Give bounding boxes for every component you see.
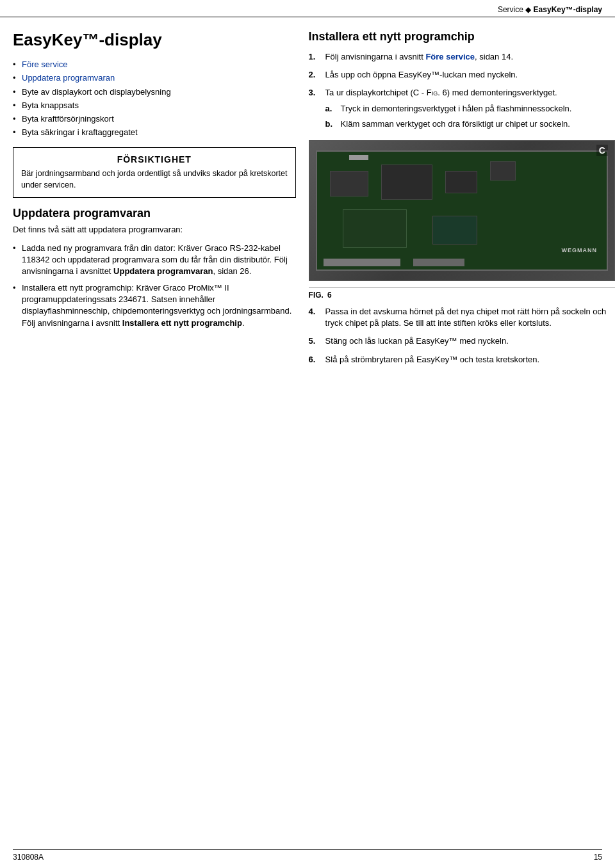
step-text: Lås upp och öppna EasyKey™-luckan med ny… <box>325 69 518 81</box>
sub-step-text: Tryck in demonteringsverktyget i hålen p… <box>341 103 572 115</box>
warning-title: FÖRSIKTIGHET <box>21 154 288 165</box>
fore-service-bold: Före service <box>425 52 475 61</box>
page-number: 15 <box>594 853 602 862</box>
right-heading: Installera ett nytt programchip <box>309 30 615 44</box>
connector <box>324 259 400 266</box>
list-item: Installera ett nytt programchip: Kräver … <box>13 282 296 329</box>
list-item: 1. Följ anvisningarna i avsnitt Före ser… <box>309 51 615 63</box>
connector <box>349 155 368 160</box>
step-text: Passa in det avskurna hörnet på det nya … <box>325 306 615 329</box>
chip <box>432 216 477 245</box>
chip <box>343 209 407 248</box>
doc-number: 310808A <box>13 853 44 862</box>
sub-step-text: Kläm samman verktyget och dra försiktigt… <box>341 118 570 130</box>
list-item: Före service <box>13 59 296 70</box>
chip <box>445 171 477 193</box>
page-header: Service ◆ EasyKey™-display <box>0 0 615 17</box>
right-column: Installera ett nytt programchip 1. Följ … <box>309 30 615 372</box>
step-text: Ta ur displaykortchipet (C - Fig. 6) med… <box>325 87 572 134</box>
section1-intro: Det finns två sätt att uppdatera program… <box>13 224 296 236</box>
brand-label: WEGMANN <box>561 247 597 253</box>
warning-text: Bär jordningsarmband och jorda ordentlig… <box>21 168 288 191</box>
figure-c-label: C <box>596 145 608 156</box>
list-item: 3. Ta ur displaykortchipet (C - Fig. 6) … <box>309 87 615 134</box>
chip <box>330 171 368 197</box>
fig-caption: FIG. 6 <box>309 287 615 300</box>
step-number: 5. <box>309 335 320 347</box>
bold-text: Uppdatera program­varan <box>113 266 213 276</box>
sub-alpha-list: a. Tryck in demonteringsverktyget i håle… <box>325 103 572 130</box>
header-separator: ◆ <box>525 5 531 14</box>
list-item: Byta knappsats <box>13 100 296 111</box>
list-item: Byte av displaykort och displaybelysning <box>13 86 296 98</box>
fore-service-link: Före service <box>22 60 68 69</box>
warning-box: FÖRSIKTIGHET Bär jordningsarmband och jo… <box>13 147 296 198</box>
uppdatera-link: Uppdatera programvaran <box>22 73 115 83</box>
section1-bullet-list: Ladda ned ny programvara från din dator:… <box>13 243 296 329</box>
list-item: 4. Passa in det avskurna hörnet på det n… <box>309 306 615 329</box>
step-number: 1. <box>309 51 320 63</box>
page-footer: 310808A 15 <box>13 849 602 862</box>
circuit-board: WEGMANN C <box>309 141 614 280</box>
list-item: Ladda ned ny programvara från din dator:… <box>13 243 296 278</box>
step-text: Slå på strömbrytaren på EasyKey™ och tes… <box>325 354 540 366</box>
board-inner: WEGMANN <box>316 150 608 271</box>
list-item: 2. Lås upp och öppna EasyKey™-luckan med… <box>309 69 615 81</box>
step-number: 2. <box>309 69 320 81</box>
fig-label: FIG. <box>309 291 324 300</box>
figure-image: WEGMANN C <box>309 140 615 281</box>
step-number: 6. <box>309 354 320 366</box>
list-item: Byta kraftförsörjningskort <box>13 113 296 125</box>
list-item: 5. Stäng och lås luckan på EasyKey™ med … <box>309 335 615 347</box>
intro-bullet-list: Före service Uppdatera programvaran Byte… <box>13 59 296 138</box>
connector <box>413 259 464 266</box>
sub-list-item: b. Kläm samman verktyget och dra försikt… <box>325 118 572 130</box>
list-item: Uppdatera programvaran <box>13 72 296 84</box>
chip <box>381 165 432 200</box>
header-service: Service <box>498 5 525 14</box>
sub-list-item: a. Tryck in demonteringsverktyget i håle… <box>325 103 572 115</box>
numbered-list: 1. Följ anvisningarna i avsnitt Före ser… <box>309 51 615 134</box>
list-item: Byta säkringar i kraftaggregatet <box>13 127 296 138</box>
bold-text: Installera ett nytt programchip <box>122 318 242 328</box>
page-title: EasyKey™-display <box>13 30 296 50</box>
header-bold: EasyKey™-display <box>534 5 602 14</box>
alpha-label: a. <box>325 103 336 115</box>
fig-ref: Fig <box>427 88 438 97</box>
step-number: 4. <box>309 306 320 329</box>
section1-heading: Uppdatera programvaran <box>13 207 296 220</box>
alpha-label: b. <box>325 118 336 130</box>
left-column: EasyKey™-display Före service Uppdatera … <box>13 30 296 372</box>
step-text: Följ anvisningarna i avsnitt Före servic… <box>325 51 513 63</box>
content-wrapper: EasyKey™-display Före service Uppdatera … <box>0 17 615 385</box>
step-number: 3. <box>309 87 320 134</box>
fig-number: 6 <box>327 291 332 300</box>
list-item: 6. Slå på strömbrytaren på EasyKey™ och … <box>309 354 615 366</box>
chip <box>490 161 516 181</box>
step-text: Stäng och lås luckan på EasyKey™ med nyc… <box>325 335 509 347</box>
numbered-list-continued: 4. Passa in det avskurna hörnet på det n… <box>309 306 615 366</box>
header-text: Service ◆ EasyKey™-display <box>498 5 602 14</box>
